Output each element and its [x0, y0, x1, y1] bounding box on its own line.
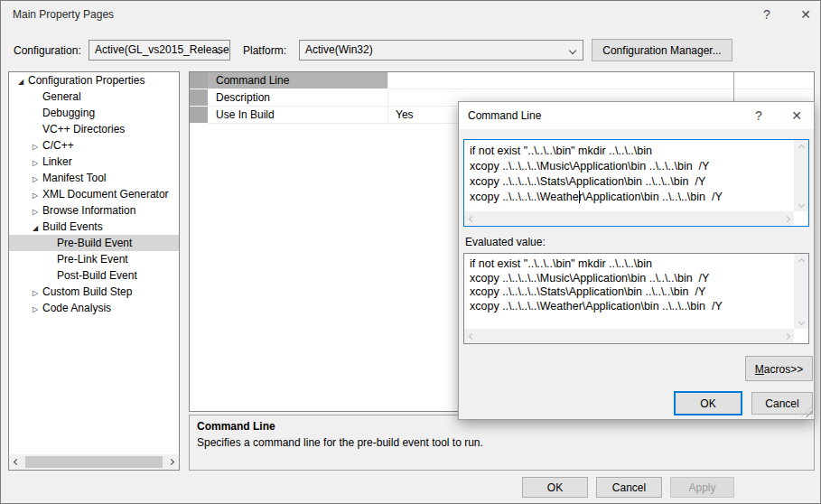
- evaluated-value-label: Evaluated value:: [465, 236, 546, 248]
- evaluated-value-box[interactable]: if not exist "..\..\..\bin" mkdir ..\..\…: [463, 253, 809, 344]
- configuration-label: Configuration:: [14, 44, 81, 57]
- scroll-left-icon[interactable]: [464, 211, 479, 226]
- platform-combobox-value: Active(Win32): [305, 43, 373, 56]
- dialog-title: Command Line: [468, 109, 541, 122]
- command-line-dialog: Command Line ? ✕ if not exist "..\..\..\…: [458, 101, 815, 420]
- configuration-combobox-value: Active(GL_vs2015_Release: [95, 43, 229, 56]
- scroll-down-icon[interactable]: [794, 314, 808, 329]
- tree-item-code-analysis[interactable]: ▷Code Analysis: [9, 300, 179, 316]
- scroll-right-icon[interactable]: [779, 211, 794, 226]
- scroll-up-icon[interactable]: [794, 140, 808, 154]
- expand-icon[interactable]: ▷: [28, 302, 42, 318]
- tree-item-pre-link-event[interactable]: Pre-Link Event: [9, 251, 179, 267]
- scrollbar-thumb[interactable]: [25, 456, 163, 468]
- window-title: Main Property Pages: [13, 8, 114, 21]
- tree-horizontal-scrollbar[interactable]: [9, 454, 179, 470]
- description-text: Specifies a command line for the pre-bui…: [197, 436, 807, 449]
- dialog-ok-button[interactable]: OK: [674, 391, 742, 415]
- scroll-left-icon[interactable]: [464, 329, 479, 343]
- evaluated-text: if not exist "..\..\..\bin" mkdir ..\..\…: [464, 254, 794, 329]
- main-property-pages-window: Main Property Pages ? ✕ Configuration: A…: [0, 0, 821, 504]
- help-icon[interactable]: ?: [755, 5, 779, 24]
- tree-item-custom-build-step[interactable]: ▷Custom Build Step: [9, 284, 179, 300]
- cancel-button[interactable]: Cancel: [596, 477, 662, 498]
- tree-item-xml-document-generator[interactable]: ▷XML Document Generator: [9, 186, 179, 202]
- property-row-command-line[interactable]: Command Line: [190, 72, 814, 89]
- horizontal-scrollbar[interactable]: [464, 211, 794, 226]
- scroll-right-icon[interactable]: [779, 329, 794, 343]
- tree-item-browse-information[interactable]: ▷Browse Information: [9, 202, 179, 219]
- tree-item-post-build-event[interactable]: Post-Build Event: [9, 267, 179, 284]
- tree-item-c-cpp[interactable]: ▷C/C++: [9, 137, 179, 154]
- dialog-titlebar: Command Line ? ✕: [459, 102, 814, 129]
- platform-label: Platform:: [243, 44, 286, 57]
- ok-button[interactable]: OK: [522, 477, 588, 498]
- platform-combobox[interactable]: Active(Win32): [299, 40, 583, 61]
- vertical-scrollbar[interactable]: [794, 254, 808, 329]
- property-name: Command Line: [208, 72, 388, 89]
- row-indicator: [190, 89, 208, 107]
- property-name: Use In Build: [208, 107, 388, 124]
- row-indicator: [190, 72, 208, 89]
- description-panel: Command Line Specifies a command line fo…: [189, 415, 815, 471]
- description-title: Command Line: [197, 420, 807, 433]
- configuration-manager-button[interactable]: Configuration Manager...: [592, 39, 732, 61]
- tree-item-vcpp-directories[interactable]: VC++ Directories: [9, 121, 179, 137]
- scroll-right-icon[interactable]: [163, 454, 179, 470]
- property-name: Description: [208, 89, 388, 107]
- close-icon[interactable]: ✕: [784, 106, 809, 126]
- apply-button[interactable]: Apply: [670, 477, 734, 498]
- close-icon[interactable]: ✕: [794, 5, 817, 24]
- scroll-left-icon[interactable]: [9, 454, 24, 470]
- macros-button[interactable]: Macros>>: [745, 356, 813, 381]
- tree-item-configuration-properties[interactable]: ◢Configuration Properties: [9, 72, 179, 89]
- property-value[interactable]: [388, 72, 814, 89]
- properties-tree: ◢Configuration Properties General Debugg…: [8, 71, 180, 471]
- tree-item-debugging[interactable]: Debugging: [9, 105, 179, 121]
- window-titlebar: Main Property Pages ? ✕: [1, 1, 820, 30]
- vertical-scrollbar[interactable]: [794, 140, 808, 211]
- tree-item-pre-build-event[interactable]: Pre-Build Event: [9, 235, 179, 251]
- configuration-combobox[interactable]: Active(GL_vs2015_Release: [89, 40, 230, 61]
- row-indicator: [190, 107, 208, 124]
- horizontal-scrollbar[interactable]: [464, 329, 794, 343]
- command-text[interactable]: if not exist "..\..\..\bin" mkdir ..\..\…: [464, 140, 794, 211]
- dialog-cancel-button[interactable]: Cancel: [751, 392, 813, 415]
- tree-item-build-events[interactable]: ◢Build Events: [9, 219, 179, 235]
- chevron-down-icon: [569, 47, 576, 54]
- tree-item-manifest-tool[interactable]: ▷Manifest Tool: [9, 170, 179, 186]
- text-caret: [579, 191, 580, 203]
- command-text-editor[interactable]: if not exist "..\..\..\bin" mkdir ..\..\…: [463, 139, 809, 227]
- scroll-up-icon[interactable]: [794, 254, 808, 268]
- scroll-down-icon[interactable]: [794, 197, 808, 211]
- help-icon[interactable]: ?: [746, 106, 771, 126]
- tree-item-linker[interactable]: ▷Linker: [9, 154, 179, 170]
- tree-item-general[interactable]: General: [9, 89, 179, 105]
